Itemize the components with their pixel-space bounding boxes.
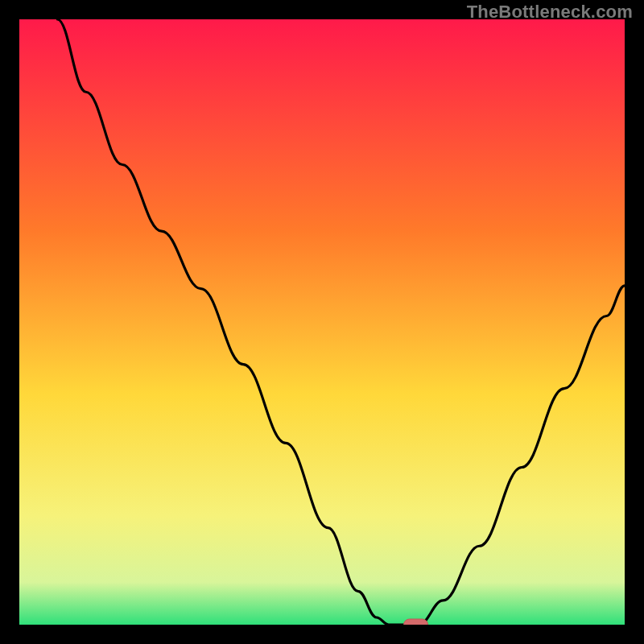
watermark-text: TheBottleneck.com: [467, 2, 633, 23]
plot-background: [19, 19, 625, 625]
frame-border: [0, 0, 19, 644]
bottleneck-chart: [0, 0, 644, 644]
frame-border: [0, 625, 644, 644]
frame-border: [625, 0, 644, 644]
